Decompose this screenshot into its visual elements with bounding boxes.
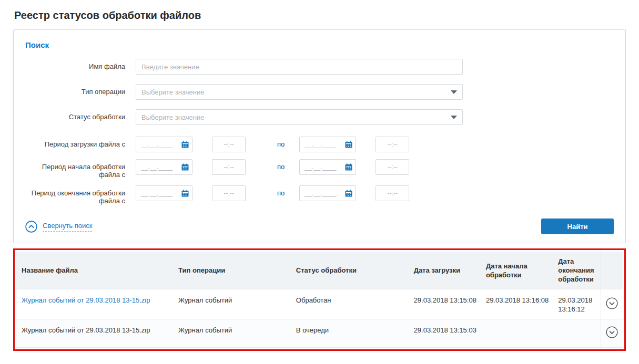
column-header-operation-type: Тип операции bbox=[173, 252, 291, 289]
chevron-down-circle-icon bbox=[606, 326, 618, 338]
actions-cell bbox=[601, 289, 623, 319]
upload-date-to-field[interactable] bbox=[299, 137, 356, 152]
search-panel: Поиск Имя файла Тип операции Выберите зн… bbox=[13, 29, 626, 243]
operation-type-cell: Журнал событий bbox=[173, 319, 291, 348]
table-highlight-border: Название файла Тип операции Статус обраб… bbox=[13, 248, 626, 351]
upload-date-cell: 29.03.2018 13:15:08 bbox=[409, 289, 481, 319]
upload-period-row: Период загрузки файла с по bbox=[25, 137, 614, 152]
column-header-status: Статус обработки bbox=[291, 252, 409, 289]
expand-row-button[interactable] bbox=[606, 297, 618, 309]
table-header-row: Название файла Тип операции Статус обраб… bbox=[16, 252, 623, 289]
actions-cell bbox=[601, 319, 623, 348]
expand-row-button[interactable] bbox=[606, 326, 618, 338]
chevron-up-circle-icon bbox=[25, 221, 37, 233]
start-time-from-input[interactable] bbox=[212, 159, 246, 175]
column-header-end-date: Дата окончания обработки bbox=[553, 252, 601, 289]
period-separator: по bbox=[277, 159, 285, 171]
processing-status-select-value: Выберите значение bbox=[141, 113, 204, 121]
start-period-row: Период начала обработки файла с по bbox=[25, 159, 614, 179]
column-header-file-name: Название файла bbox=[16, 252, 173, 289]
end-time-to-input[interactable] bbox=[376, 185, 409, 201]
operation-type-label: Тип операции bbox=[25, 84, 125, 96]
file-name-cell: Журнал событий от 29.03.2018 13-15.zip bbox=[16, 319, 173, 348]
upload-time-from-input[interactable] bbox=[212, 137, 246, 152]
end-time-from-input[interactable] bbox=[212, 185, 246, 201]
search-panel-footer: Свернуть поиск Найти bbox=[25, 219, 614, 234]
calendar-icon[interactable] bbox=[181, 190, 189, 197]
file-name-text: Журнал событий от 29.03.2018 13-15.zip bbox=[22, 326, 150, 334]
end-date-cell bbox=[553, 319, 601, 348]
search-heading: Поиск bbox=[25, 40, 614, 49]
operation-type-row: Тип операции Выберите значение bbox=[25, 84, 614, 100]
calendar-icon[interactable] bbox=[345, 141, 352, 148]
collapse-search-button[interactable]: Свернуть поиск bbox=[25, 221, 92, 233]
chevron-down-icon bbox=[451, 90, 457, 94]
start-period-label: Период начала обработки файла с bbox=[25, 159, 125, 179]
chevron-down-circle-icon bbox=[606, 297, 618, 309]
files-table: Название файла Тип операции Статус обраб… bbox=[16, 252, 623, 348]
processing-status-row: Статус обработки Выберите значение bbox=[25, 109, 614, 125]
table-row: Журнал событий от 29.03.2018 13-15.zip Ж… bbox=[16, 289, 623, 319]
end-period-label: Период окончания обработки файла с bbox=[25, 185, 125, 205]
status-cell: Обработан bbox=[291, 289, 409, 319]
page: Реестр статусов обработки файлов Поиск И… bbox=[0, 0, 639, 351]
calendar-icon[interactable] bbox=[181, 163, 189, 171]
end-date-from-field[interactable] bbox=[136, 185, 192, 201]
calendar-icon[interactable] bbox=[345, 190, 352, 197]
chevron-down-icon bbox=[451, 116, 457, 119]
processing-status-label: Статус обработки bbox=[25, 109, 125, 121]
table-row: Журнал событий от 29.03.2018 13-15.zip Ж… bbox=[16, 319, 623, 348]
column-header-actions bbox=[601, 252, 623, 289]
file-name-input[interactable] bbox=[136, 59, 463, 75]
start-time-to-input[interactable] bbox=[376, 159, 409, 175]
period-separator: по bbox=[277, 137, 285, 148]
file-name-cell: Журнал событий от 29.03.2018 13-15.zip bbox=[16, 289, 173, 319]
file-name-link[interactable]: Журнал событий от 29.03.2018 13-15.zip bbox=[22, 296, 150, 304]
processing-status-select[interactable]: Выберите значение bbox=[136, 109, 463, 125]
file-name-label: Имя файла bbox=[25, 59, 125, 70]
file-name-row: Имя файла bbox=[25, 59, 614, 75]
upload-period-label: Период загрузки файла с bbox=[25, 137, 125, 148]
collapse-search-label: Свернуть поиск bbox=[43, 222, 92, 232]
start-date-from-field[interactable] bbox=[136, 159, 192, 175]
operation-type-cell: Журнал событий bbox=[173, 289, 291, 319]
end-date-cell: 29.03.2018 13:16:12 bbox=[553, 289, 601, 319]
upload-date-from-field[interactable] bbox=[136, 137, 192, 152]
end-date-to-field[interactable] bbox=[299, 185, 356, 201]
operation-type-select[interactable]: Выберите значение bbox=[136, 84, 463, 100]
column-header-upload-date: Дата загрузки bbox=[409, 252, 481, 289]
upload-date-cell: 29.03.2018 13:15:03 bbox=[409, 319, 481, 348]
upload-time-to-input[interactable] bbox=[376, 137, 409, 152]
operation-type-select-value: Выберите значение bbox=[141, 88, 204, 96]
start-date-to-field[interactable] bbox=[299, 159, 356, 175]
end-period-row: Период окончания обработки файла с по bbox=[25, 185, 614, 205]
find-button[interactable]: Найти bbox=[541, 219, 614, 234]
page-title: Реестр статусов обработки файлов bbox=[14, 9, 626, 22]
start-date-cell bbox=[481, 319, 553, 348]
start-date-cell: 29.03.2018 13:16:08 bbox=[481, 289, 553, 319]
calendar-icon[interactable] bbox=[181, 141, 189, 148]
period-separator: по bbox=[277, 185, 285, 197]
calendar-icon[interactable] bbox=[345, 163, 352, 171]
status-cell: В очереди bbox=[291, 319, 409, 348]
column-header-start-date: Дата начала обработки bbox=[481, 252, 553, 289]
